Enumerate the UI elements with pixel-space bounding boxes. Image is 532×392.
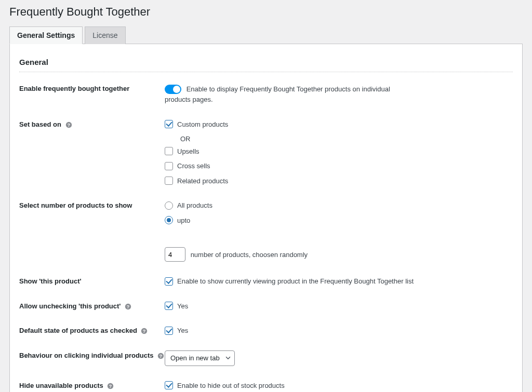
checkbox-allow-uncheck[interactable]	[165, 302, 173, 310]
info-icon[interactable]: ?	[65, 121, 72, 128]
section-general-title: General	[19, 58, 513, 66]
row-behaviour-click: Behaviour on clicking individual product…	[19, 350, 513, 366]
svg-text:?: ?	[159, 353, 162, 358]
enable-toggle[interactable]	[165, 85, 181, 94]
ctrl-default-checked: Yes	[165, 326, 414, 336]
svg-text:?: ?	[67, 122, 70, 127]
checkbox-show-this-product[interactable]	[165, 277, 173, 286]
label-cross-sells: Cross sells	[177, 161, 210, 171]
info-icon[interactable]: ?	[157, 353, 164, 359]
label-select-number: Select number of products to show	[19, 200, 165, 209]
label-upto: upto	[177, 215, 190, 226]
enable-description: Enable to display Frequently Bought Toge…	[165, 85, 390, 103]
checkbox-default-checked[interactable]	[165, 327, 173, 335]
label-default-checked: Default state of products as checked ?	[19, 326, 165, 334]
info-icon[interactable]: ?	[107, 383, 114, 389]
or-text: OR	[180, 134, 414, 144]
ctrl-select-number: All products upto number of products, ch…	[165, 200, 414, 262]
label-behaviour-click: Behaviour on clicking individual product…	[19, 350, 165, 359]
row-hide-unavailable: Hide unavailable products ? Enable to hi…	[19, 381, 513, 391]
row-allow-uncheck: Allow unchecking 'this product' ? Yes	[19, 301, 513, 312]
tab-bar: General Settings License	[9, 26, 523, 44]
tab-license[interactable]: License	[85, 26, 125, 44]
label-related-products: Related products	[177, 176, 228, 186]
radio-all-products[interactable]	[165, 201, 173, 210]
page-title: Frequently Bought Together	[9, 5, 523, 19]
number-suffix-text: number of products, choosen randomly	[191, 251, 308, 259]
ctrl-show-this-product: Enable to show currently viewing product…	[165, 276, 414, 287]
label-show-this-desc: Enable to show currently viewing product…	[177, 276, 414, 287]
row-enable: Enable frequently bought together Enable…	[19, 84, 513, 105]
svg-text:?: ?	[127, 304, 129, 309]
label-show-this-product: Show 'this product'	[19, 276, 165, 285]
ctrl-allow-uncheck: Yes	[165, 301, 414, 312]
checkbox-custom-products[interactable]	[165, 120, 173, 128]
label-yes1: Yes	[177, 301, 188, 312]
number-of-products-input[interactable]	[165, 247, 185, 262]
settings-panel: General Enable frequently bought togethe…	[9, 44, 523, 392]
label-hide-desc: Enable to hide out of stock products	[177, 381, 285, 391]
label-hide-unavailable: Hide unavailable products ?	[19, 381, 165, 389]
checkbox-related-products[interactable]	[165, 177, 173, 185]
settings-page: Frequently Bought Together General Setti…	[0, 0, 532, 392]
row-show-this-product: Show 'this product' Enable to show curre…	[19, 276, 513, 287]
info-icon[interactable]: ?	[125, 303, 131, 310]
label-upsells: Upsells	[177, 146, 200, 157]
tab-general-settings[interactable]: General Settings	[9, 26, 83, 44]
checkbox-cross-sells[interactable]	[165, 162, 173, 170]
row-select-number: Select number of products to show All pr…	[19, 200, 513, 262]
label-custom-products: Custom products	[177, 119, 228, 130]
svg-text:?: ?	[109, 383, 112, 388]
radio-upto[interactable]	[165, 216, 173, 224]
ctrl-set-based-on: Custom products OR Upsells Cross sells R…	[165, 119, 414, 186]
label-allow-uncheck: Allow unchecking 'this product' ?	[19, 301, 165, 310]
row-default-checked: Default state of products as checked ? Y…	[19, 326, 513, 336]
label-all-products: All products	[177, 200, 212, 211]
info-icon[interactable]: ?	[141, 328, 148, 334]
label-enable: Enable frequently bought together	[19, 84, 165, 92]
ctrl-enable: Enable to display Frequently Bought Toge…	[165, 84, 414, 105]
behaviour-select[interactable]: Open in new tab	[165, 350, 235, 366]
ctrl-hide-unavailable: Enable to hide out of stock products	[165, 381, 414, 391]
ctrl-behaviour-click: Open in new tab	[165, 350, 414, 366]
checkbox-upsells[interactable]	[165, 147, 173, 155]
label-set-based-on: Set based on ?	[19, 119, 165, 128]
divider	[19, 72, 513, 72]
label-yes2: Yes	[177, 326, 188, 336]
row-set-based-on: Set based on ? Custom products OR Upsell…	[19, 119, 513, 186]
checkbox-hide-unavailable[interactable]	[165, 381, 173, 389]
svg-text:?: ?	[143, 329, 145, 334]
